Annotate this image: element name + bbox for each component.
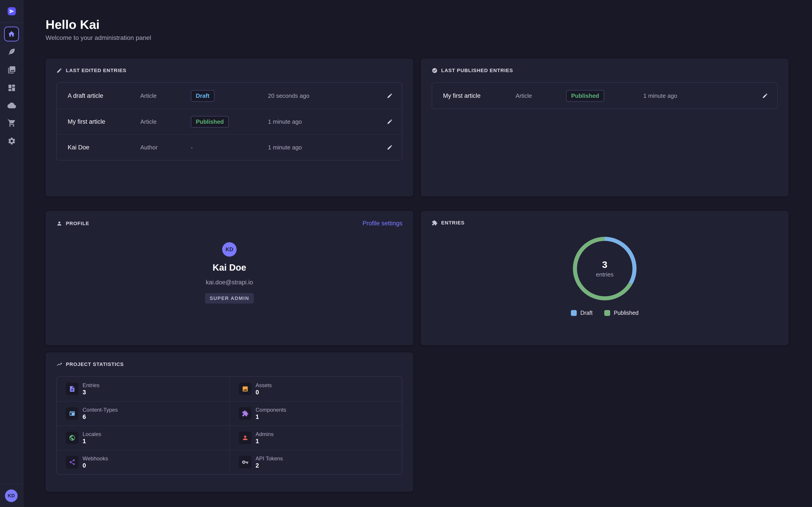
sidebar-item-marketplace[interactable] <box>7 118 16 127</box>
edit-entry-button[interactable] <box>384 90 396 102</box>
stat-admins: Admins 1 <box>230 426 402 450</box>
stat-value: 2 <box>256 462 283 469</box>
avatar: KD <box>222 242 237 257</box>
table-row: My first article Article Published 1 min… <box>432 83 777 109</box>
assets-image-icon <box>239 383 252 395</box>
sidebar-item-deploy[interactable] <box>7 101 16 110</box>
profile-card: PROFILE Profile settings KD Kai Doe kai.… <box>46 211 413 345</box>
entry-name: Kai Doe <box>68 144 140 151</box>
last-edited-entries-card: LAST EDITED ENTRIES A draft article Arti… <box>46 59 413 196</box>
sidebar-user-avatar[interactable]: KD <box>5 490 17 502</box>
stat-label: API Tokens <box>256 455 283 462</box>
table-row: Kai Doe Author - 1 minute ago <box>57 134 402 160</box>
entry-time: 1 minute ago <box>268 144 384 151</box>
card-title: PROJECT STATISTICS <box>66 361 124 367</box>
entries-card: ENTRIES 3 entries Draft Published <box>421 211 789 345</box>
stat-entries: Entries 3 <box>57 377 230 401</box>
strapi-logo-icon <box>9 9 14 14</box>
stat-value: 0 <box>256 389 272 396</box>
legend-item-published: Published <box>604 309 639 316</box>
sidebar-item-media-library[interactable] <box>7 65 16 74</box>
chart-legend: Draft Published <box>432 309 778 316</box>
entry-status-empty: - <box>191 144 268 151</box>
sidebar-item-home[interactable] <box>4 26 19 42</box>
content-types-layout-icon <box>66 407 79 420</box>
legend-label: Published <box>614 309 639 316</box>
edit-pencil-icon <box>387 119 393 125</box>
stat-value: 3 <box>83 389 99 396</box>
table-row: My first article Article Published 1 min… <box>57 109 402 134</box>
stat-assets: Assets 0 <box>230 377 402 401</box>
edit-pencil-icon <box>56 68 62 73</box>
trending-up-icon <box>56 361 62 367</box>
stat-label: Webhooks <box>83 455 108 462</box>
sidebar-item-settings[interactable] <box>7 136 16 146</box>
admins-user-icon <box>239 432 252 444</box>
profile-name: Kai Doe <box>213 263 246 273</box>
stat-locales: Locales 1 <box>57 426 230 450</box>
components-puzzle-icon <box>239 407 252 420</box>
strapi-logo[interactable] <box>8 7 16 15</box>
stat-value: 1 <box>256 438 273 445</box>
donut-total: 3 <box>602 259 607 270</box>
stat-label: Entries <box>83 382 99 389</box>
content-manager-feather-icon <box>7 48 16 56</box>
webhooks-share-icon <box>66 456 79 468</box>
role-badge: SUPER ADMIN <box>205 293 254 303</box>
edit-entry-button[interactable] <box>759 90 771 102</box>
stat-label: Components <box>256 407 286 413</box>
status-badge: Published <box>191 116 229 127</box>
edit-pencil-icon <box>387 93 393 99</box>
sidebar-item-content-type-builder[interactable] <box>7 83 16 93</box>
card-title: ENTRIES <box>441 220 465 226</box>
edit-pencil-icon <box>762 93 768 99</box>
stat-value: 1 <box>256 413 286 420</box>
entry-time: 20 seconds ago <box>268 93 384 99</box>
deploy-cloud-icon <box>7 101 16 110</box>
sidebar-item-content-manager[interactable] <box>7 47 16 56</box>
card-title: PROFILE <box>66 221 89 226</box>
stat-label: Locales <box>83 431 101 437</box>
card-title: LAST PUBLISHED ENTRIES <box>441 68 513 73</box>
stat-label: Admins <box>256 431 273 437</box>
status-badge: Draft <box>191 90 214 102</box>
table-row: A draft article Article Draft 20 seconds… <box>57 83 402 109</box>
stat-value: 0 <box>83 462 108 469</box>
stat-api-tokens: API Tokens 2 <box>230 450 402 474</box>
user-icon <box>56 221 62 226</box>
edit-entry-button[interactable] <box>384 116 396 127</box>
entry-type: Article <box>140 118 191 125</box>
last-published-table: My first article Article Published 1 min… <box>432 82 778 109</box>
marketplace-cart-icon <box>7 119 16 127</box>
stats-grid: Entries 3 Assets 0 Content-Types <box>56 376 402 474</box>
stat-webhooks: Webhooks 0 <box>57 450 230 474</box>
legend-swatch-published <box>604 310 610 316</box>
stat-value: 1 <box>83 438 101 445</box>
donut-total-label: entries <box>596 271 613 278</box>
media-library-icon <box>7 66 16 74</box>
legend-item-draft: Draft <box>571 309 593 316</box>
stat-label: Assets <box>256 382 272 389</box>
sidebar: KD <box>0 0 23 507</box>
project-statistics-card: PROJECT STATISTICS Entries 3 Assets 0 <box>46 352 413 492</box>
legend-swatch-draft <box>571 310 577 316</box>
entry-time: 1 minute ago <box>268 118 384 125</box>
check-circle-icon <box>432 68 438 73</box>
stat-label: Content-Types <box>83 407 118 413</box>
settings-gear-icon <box>7 137 16 145</box>
profile-email: kai.doe@strapi.io <box>206 279 253 286</box>
entries-donut-chart: 3 entries <box>571 235 639 302</box>
profile-settings-link[interactable]: Profile settings <box>362 220 402 227</box>
status-badge: Published <box>566 90 604 102</box>
entry-name: A draft article <box>68 93 140 99</box>
entry-type: Article <box>140 93 191 99</box>
locales-globe-icon <box>66 432 79 444</box>
sidebar-divider <box>0 484 23 484</box>
entries-file-icon <box>66 383 79 395</box>
edit-entry-button[interactable] <box>384 142 396 153</box>
edit-pencil-icon <box>387 145 393 150</box>
stat-value: 6 <box>83 413 118 420</box>
puzzle-icon <box>432 220 438 226</box>
page-title: Hello Kai <box>46 17 100 32</box>
entry-time: 1 minute ago <box>643 93 759 99</box>
